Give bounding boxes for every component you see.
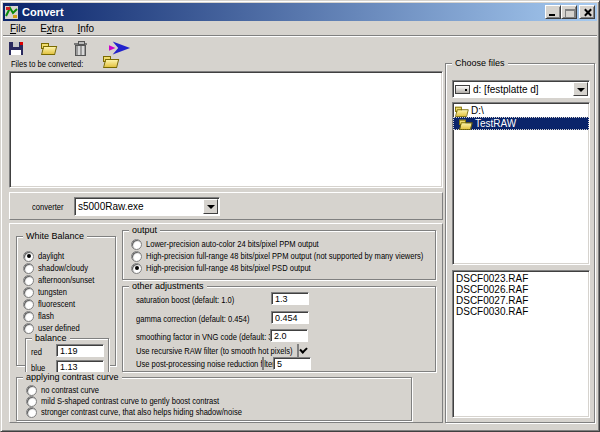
gamma-correction-label: gamma correction (default: 0.454) [136, 314, 249, 324]
radio-flash[interactable] [23, 311, 34, 322]
converter-label: converter [32, 202, 64, 212]
close-button[interactable] [579, 5, 595, 19]
output-option-psd48[interactable]: High-precision full-range 48 bits/pixel … [131, 262, 342, 274]
contrast-option-strong[interactable]: stronger contrast curve, that also helps… [26, 406, 280, 418]
converter-combobox[interactable]: s5000Raw.exe [74, 197, 220, 216]
saturation-boost-label: saturation boost (default: 1.0) [136, 295, 234, 305]
directory-item[interactable]: D:\ [453, 104, 589, 117]
radio-no-contrast[interactable] [26, 385, 37, 396]
radio-strong-contrast[interactable] [26, 407, 37, 418]
converter-value: s5000Raw.exe [78, 201, 144, 212]
wb-option-shadow-cloudy[interactable]: shadow/cloudy [23, 262, 98, 274]
chevron-down-icon[interactable] [203, 199, 218, 214]
radio-tungsten[interactable] [23, 287, 34, 298]
save-button[interactable] [5, 39, 27, 57]
smoothing-factor-label: smoothing factor in VNG code (default: 3… [136, 332, 281, 342]
drive-icon [455, 85, 470, 94]
radio-mild-contrast[interactable] [26, 396, 37, 407]
file-item[interactable]: DSCF0023.RAF [453, 273, 589, 284]
trash-icon [75, 45, 86, 56]
title-bar[interactable]: Convert [3, 3, 597, 21]
smoothing-factor-input[interactable] [270, 329, 308, 342]
drive-value: d: [festplatte d] [473, 84, 539, 95]
radio-shadow-cloudy[interactable] [23, 263, 34, 274]
converter-panel: converter s5000Raw.exe [9, 192, 443, 220]
gamma-correction-input[interactable] [271, 311, 309, 324]
noise-reduction-filter-checkbox[interactable] [262, 357, 264, 370]
wb-option-daylight[interactable]: daylight [23, 250, 69, 262]
radio-fluorescent[interactable] [23, 299, 34, 310]
contrast-curve-title: applying contrast curve [23, 372, 122, 382]
drive-combobox[interactable]: d: [festplatte d] [452, 80, 590, 98]
output-title: output [129, 225, 160, 235]
wb-option-flash[interactable]: flash [23, 310, 57, 322]
app-icon [5, 6, 18, 19]
directory-item-selected[interactable]: TestRAW [453, 117, 589, 130]
recursive-raw-filter-checkbox[interactable] [297, 344, 299, 357]
noise-reduction-value-input[interactable] [273, 357, 311, 370]
window-title: Convert [22, 6, 64, 18]
noise-reduction-filter-label: Use post-processing noise reduction filt… [136, 359, 275, 369]
menu-bar: File Extra Info [3, 21, 597, 35]
red-label: red [31, 347, 42, 357]
radio-user-defined[interactable] [23, 323, 34, 334]
radio-afternoon-sunset[interactable] [23, 275, 34, 286]
directory-listbox[interactable]: D:\ TestRAW [452, 102, 590, 265]
radio-ppm24[interactable] [131, 239, 142, 250]
folder-icon [455, 106, 466, 115]
saturation-boost-input[interactable] [271, 292, 309, 305]
delete-button[interactable] [69, 39, 91, 57]
balance-title: balance [32, 333, 70, 343]
file-listbox[interactable]: DSCF0023.RAF DSCF0026.RAF DSCF0027.RAF D… [452, 270, 590, 418]
settings-panel: White Balance daylight shadow/cloudy aft… [9, 223, 443, 423]
open-button[interactable] [37, 39, 59, 57]
other-adjustments-title: other adjustments [129, 281, 207, 291]
recursive-raw-filter-label: Use recursive RAW filter (to smooth hot … [136, 346, 292, 356]
red-balance-input[interactable] [56, 344, 104, 357]
wb-option-afternoon-sunset[interactable]: afternoon/sunset [23, 274, 105, 286]
menu-separator [3, 35, 597, 37]
radio-ppm48[interactable] [131, 251, 142, 262]
wb-option-tungsten[interactable]: tungsten [23, 286, 73, 298]
file-item[interactable]: DSCF0026.RAF [453, 284, 589, 295]
files-folder-icon [103, 56, 118, 67]
radio-psd48[interactable] [131, 263, 142, 274]
convert-arrow-icon [109, 41, 131, 55]
menu-extra[interactable]: Extra [33, 22, 70, 35]
menu-file[interactable]: File [3, 22, 33, 35]
choose-files-title: Choose files [452, 58, 508, 68]
choose-files-group: Choose files d: [festplatte d] D:\ TestR… [445, 63, 595, 423]
convert-button[interactable] [109, 39, 131, 57]
wb-option-fluorescent[interactable]: fluorescent [23, 298, 82, 310]
white-balance-title: White Balance [23, 231, 87, 241]
minimize-button[interactable] [545, 5, 561, 19]
folder-icon [459, 119, 470, 128]
chevron-down-icon[interactable] [573, 82, 588, 96]
other-adjustments-group: other adjustments saturation boost (defa… [122, 286, 436, 372]
output-group: output Lower-precision auto-color 24 bit… [122, 230, 436, 280]
files-to-convert-label: Files to be converted: [11, 58, 97, 69]
output-option-ppm24[interactable]: Lower-precision auto-color 24 bits/pixel… [131, 238, 352, 250]
toolbar [5, 38, 131, 58]
convert-window: Convert File Extra Info Files to be conv… [0, 0, 600, 432]
open-folder-icon [41, 43, 56, 54]
white-balance-group: White Balance daylight shadow/cloudy aft… [16, 236, 116, 366]
files-listbox[interactable] [9, 71, 443, 188]
file-item[interactable]: DSCF0030.RAF [453, 306, 589, 317]
radio-daylight[interactable] [23, 251, 34, 262]
menu-info[interactable]: Info [70, 22, 101, 35]
file-item[interactable]: DSCF0027.RAF [453, 295, 589, 306]
maximize-button[interactable] [561, 5, 577, 19]
contrast-curve-group: applying contrast curve no contrast curv… [16, 377, 412, 421]
save-icon [9, 42, 23, 55]
output-option-ppm48[interactable]: High-precision full-range 48 bits/pixel … [131, 250, 476, 262]
